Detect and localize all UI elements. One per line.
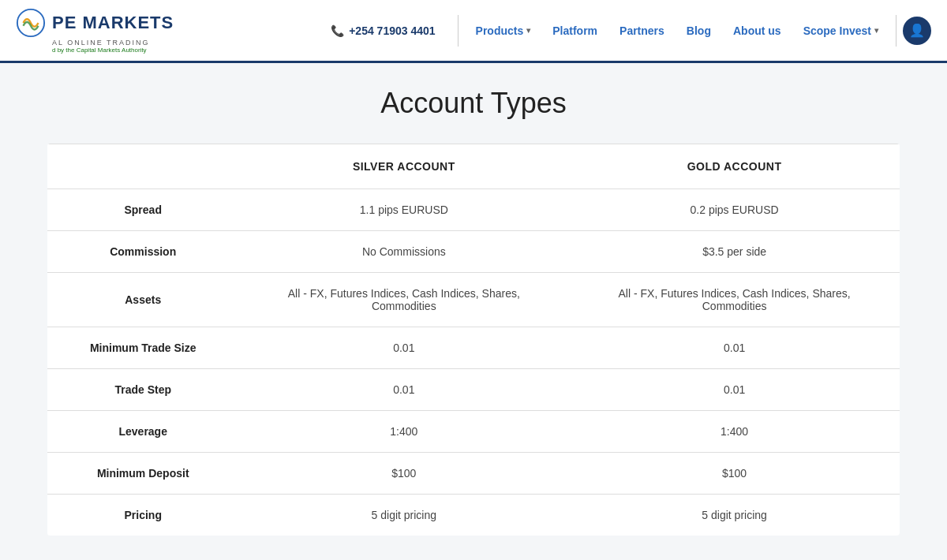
- account-types-table: SILVER ACCOUNT GOLD ACCOUNT Spread1.1 pi…: [47, 144, 900, 536]
- nav-link-partners[interactable]: Partners: [608, 0, 676, 62]
- chevron-down-icon: ▾: [526, 26, 530, 35]
- row-gold-value: $100: [569, 453, 900, 495]
- row-label: Spread: [47, 189, 238, 231]
- row-label: Minimum Deposit: [47, 453, 238, 495]
- table-row: Spread1.1 pips EURUSD0.2 pips EURUSD: [47, 189, 900, 231]
- row-gold-value: All - FX, Futures Indices, Cash Indices,…: [569, 273, 900, 327]
- table-row: Minimum Trade Size0.010.01: [47, 327, 900, 369]
- col-header-silver: SILVER ACCOUNT: [238, 144, 569, 189]
- table-row: Minimum Deposit$100$100: [47, 453, 900, 495]
- phone-icon: 📞: [331, 24, 344, 37]
- table-row: Trade Step0.010.01: [47, 369, 900, 411]
- nav-link-products[interactable]: Products ▾: [465, 0, 542, 62]
- row-gold-value: 5 digit pricing: [569, 495, 900, 536]
- logo-icon: [16, 8, 46, 38]
- row-silver-value: 1:400: [238, 411, 569, 453]
- nav-right: 📞 +254 71903 4401 Products ▾ Platform Pa…: [331, 0, 931, 62]
- table-header-row: SILVER ACCOUNT GOLD ACCOUNT: [47, 144, 900, 189]
- nav-item-scope-invest[interactable]: Scope Invest ▾: [792, 0, 889, 62]
- row-silver-value: 0.01: [238, 327, 569, 369]
- table-row: CommissionNo Commissions$3.5 per side: [47, 231, 900, 273]
- col-header-gold: GOLD ACCOUNT: [569, 144, 900, 189]
- nav-item-platform[interactable]: Platform: [541, 0, 608, 62]
- nav-links: Products ▾ Platform Partners Blog: [465, 0, 889, 62]
- nav-link-about[interactable]: About us: [722, 0, 792, 62]
- row-silver-value: No Commissions: [238, 231, 569, 273]
- nav-link-platform[interactable]: Platform: [541, 0, 608, 62]
- nav-divider-2: [896, 15, 896, 47]
- row-label: Minimum Trade Size: [47, 327, 238, 369]
- logo-subtitle: AL ONLINE TRADING: [52, 39, 189, 47]
- nav-divider: [458, 15, 459, 47]
- nav-item-partners[interactable]: Partners: [608, 0, 676, 62]
- nav-link-blog[interactable]: Blog: [676, 0, 722, 62]
- phone-area: 📞 +254 71903 4401: [331, 24, 435, 37]
- logo-regulated: d by the Capital Markets Authority: [52, 47, 189, 54]
- row-silver-value: 1.1 pips EURUSD: [238, 189, 569, 231]
- row-gold-value: 0.01: [569, 369, 900, 411]
- logo-brand-text: PE MARKETS: [52, 13, 174, 33]
- row-gold-value: $3.5 per side: [569, 231, 900, 273]
- row-label: Pricing: [47, 495, 238, 536]
- row-label: Assets: [47, 273, 238, 327]
- logo-area: PE MARKETS AL ONLINE TRADING d by the Ca…: [16, 8, 189, 54]
- chevron-down-icon-2: ▾: [874, 26, 878, 35]
- page-title: Account Types: [47, 87, 900, 120]
- main-content: Account Types SILVER ACCOUNT GOLD ACCOUN…: [0, 63, 947, 560]
- logo-main: PE MARKETS: [16, 8, 189, 38]
- row-silver-value: All - FX, Futures Indices, Cash Indices,…: [238, 273, 569, 327]
- table-row: Leverage1:4001:400: [47, 411, 900, 453]
- nav-item-products[interactable]: Products ▾: [465, 0, 542, 62]
- phone-number: +254 71903 4401: [349, 24, 435, 37]
- table-row: AssetsAll - FX, Futures Indices, Cash In…: [47, 273, 900, 327]
- row-gold-value: 0.2 pips EURUSD: [569, 189, 900, 231]
- row-label: Commission: [47, 231, 238, 273]
- nav-item-about[interactable]: About us: [722, 0, 792, 62]
- nav-item-blog[interactable]: Blog: [676, 0, 722, 62]
- row-silver-value: 5 digit pricing: [238, 495, 569, 536]
- row-silver-value: $100: [238, 453, 569, 495]
- row-label: Trade Step: [47, 369, 238, 411]
- row-gold-value: 1:400: [569, 411, 900, 453]
- row-silver-value: 0.01: [238, 369, 569, 411]
- user-icon[interactable]: 👤: [903, 17, 931, 45]
- navbar: PE MARKETS AL ONLINE TRADING d by the Ca…: [0, 0, 947, 63]
- row-gold-value: 0.01: [569, 327, 900, 369]
- col-header-label: [47, 144, 238, 189]
- row-label: Leverage: [47, 411, 238, 453]
- nav-link-scope-invest[interactable]: Scope Invest ▾: [792, 0, 889, 62]
- table-row: Pricing5 digit pricing5 digit pricing: [47, 495, 900, 536]
